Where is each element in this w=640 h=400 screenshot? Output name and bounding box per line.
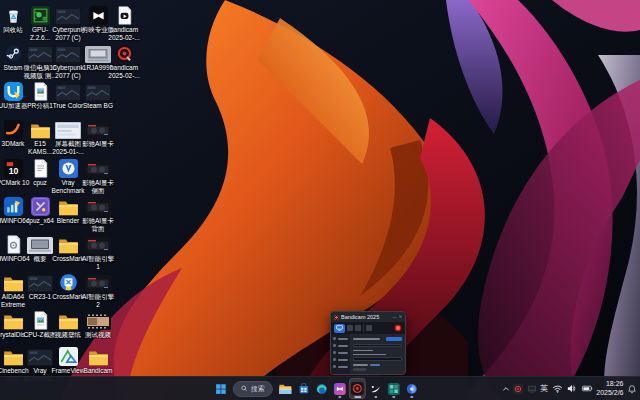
sidebar-item-home[interactable] [333, 337, 348, 340]
toolbar-divider [363, 324, 364, 332]
desktop-icon-label: AI智能引擎 1 [80, 255, 116, 270]
window-controls: — ✕ [393, 315, 402, 319]
save-path-field[interactable] [353, 344, 402, 348]
video-wallpaper-folder-icon [58, 309, 79, 330]
running-indicator [374, 396, 377, 398]
desktop-icon-bandicam-folder[interactable]: Bandicam [80, 345, 116, 375]
tray-bandicam-icon[interactable] [513, 384, 523, 394]
desktop-icon-ai-engine-1[interactable]: AI智能引擎 1 [80, 233, 116, 270]
blender-folder-icon [58, 195, 79, 216]
bandicam-folder-icon [88, 345, 109, 366]
sidebar-item-image[interactable] [333, 365, 348, 368]
bandicam-titlebar[interactable]: Bandicam 2025 — ✕ [331, 312, 405, 322]
desktop-icon-test-video[interactable]: 测试视频 [80, 309, 116, 339]
threedmark-icon [4, 118, 23, 139]
sidebar-item-fps[interactable] [333, 351, 348, 354]
desktop-icon-label: 影驰AI显卡背面 [80, 217, 116, 232]
bandicam-window[interactable]: Bandicam 2025 — ✕ [330, 311, 406, 375]
game-record-tab[interactable] [347, 325, 353, 331]
ai-gpu-photo-2-icon [85, 157, 111, 178]
taskbar-app-swoosh[interactable] [367, 378, 384, 399]
taskbar-app-teal[interactable] [385, 378, 402, 399]
desktop-icon-ai-gpu-photo-2[interactable]: 影驰AI显卡侧面 [80, 157, 116, 194]
recycle-bin-icon [4, 4, 23, 25]
device-record-tab[interactable] [355, 325, 361, 331]
taskbar-clock[interactable]: 18:26 2025/2/6 [596, 380, 623, 397]
uu-booster-icon [4, 80, 23, 101]
ime-indicator[interactable]: 英 [540, 383, 548, 394]
taskbar-file-explorer[interactable] [277, 378, 294, 399]
aida64-extreme-icon [3, 271, 24, 292]
frameview-icon [59, 345, 78, 366]
running-indicator [410, 396, 413, 398]
taskbar-microsoft-store[interactable] [295, 378, 312, 399]
screen-record-tab[interactable] [334, 324, 345, 333]
taskbar-start[interactable] [212, 378, 229, 399]
hwinfo64-app-icon [4, 195, 23, 216]
true-color-icon [55, 80, 81, 101]
desktop-icon-ai-gpu-photo-1[interactable]: 影驰AI显卡 [80, 118, 116, 148]
ai-gpu-photo-1-icon [85, 118, 111, 139]
cpuz-x64-icon [31, 195, 50, 216]
wifi-icon[interactable] [552, 383, 563, 394]
volume-icon[interactable] [566, 383, 577, 394]
running-indicator [338, 396, 341, 398]
crystaldisk-folder-icon [3, 309, 24, 330]
apply-button[interactable] [353, 368, 366, 371]
svg-text:10: 10 [8, 166, 18, 176]
setting-label [353, 338, 380, 340]
setting-link[interactable] [370, 364, 381, 366]
record-button[interactable] [394, 324, 402, 332]
battery-icon[interactable] [581, 383, 593, 394]
running-indicator [354, 396, 361, 398]
e15-kams-folder-icon [30, 118, 51, 139]
test-video-icon [85, 309, 111, 330]
taskbar-search[interactable]: 搜索 [233, 381, 273, 397]
steam-bg-icon [85, 80, 111, 101]
crossmark-zip-icon [59, 271, 78, 292]
steam-icon [4, 42, 23, 63]
minimize-button[interactable]: — [393, 315, 397, 319]
tray-app-icon[interactable] [527, 384, 537, 394]
gpu-z-icon [31, 4, 50, 25]
taskbar-edge[interactable] [313, 378, 330, 399]
format-chip[interactable] [386, 337, 402, 341]
cyberpunk-shot-2-icon [55, 42, 81, 63]
taskbar-bandicam[interactable] [349, 378, 366, 399]
taskbar-center: 搜索 [212, 378, 420, 399]
setting-label [353, 350, 373, 351]
notification-bell-icon[interactable] [627, 384, 637, 394]
cpuz-file-icon [32, 157, 49, 178]
capcut-pro-icon [89, 4, 108, 25]
hwinfo64-file-icon [5, 233, 22, 254]
sidebar-item-video[interactable] [333, 358, 348, 361]
desktop-icon-bandicam-video-1[interactable]: bandicam 2025-02-... [106, 4, 142, 41]
hotkey-field[interactable] [353, 357, 402, 361]
taskbar-capcut[interactable] [331, 378, 348, 399]
window-title: Bandicam 2025 [341, 314, 391, 320]
desktop-icon-label: Bandicam [80, 367, 116, 375]
close-button[interactable]: ✕ [399, 315, 402, 319]
pr-draft-1-icon [32, 80, 49, 101]
clock-date: 2025/2/6 [596, 389, 623, 397]
bandicam-sidebar [331, 334, 350, 374]
desktop-icon-bandicam-video-2[interactable]: bandicam 2025-02-... [106, 42, 142, 79]
search-icon [241, 385, 248, 393]
bandicam-logo-icon [334, 315, 339, 320]
bandicam-settings-panel [350, 334, 405, 374]
desktop-icon-ai-gpu-photo-3[interactable]: 影驰AI显卡背面 [80, 195, 116, 232]
pcmark-10-icon: 10 [4, 157, 23, 178]
chevron-up-icon[interactable] [502, 385, 510, 393]
desktop-icon-ai-engine-2[interactable]: AI智能引擎 2 [80, 271, 116, 308]
tool-button[interactable] [366, 325, 372, 331]
sidebar-item-general[interactable] [333, 344, 348, 347]
taskbar-app-blue[interactable] [403, 378, 420, 399]
desktop: 回收站GPU-Z.2.6...Cyberpunk 2077 (C) 2...剪映… [0, 0, 640, 400]
ai-engine-2-icon [85, 271, 111, 292]
desktop-icon-grid: 回收站GPU-Z.2.6...Cyberpunk 2077 (C) 2...剪映… [0, 0, 640, 400]
desktop-icon-steam-bg[interactable]: Steam BG [80, 80, 116, 110]
search-label: 搜索 [251, 384, 265, 394]
desktop-icon-label: Steam BG [80, 102, 116, 110]
taskbar: 搜索 英 18:26 [0, 376, 640, 400]
clock-time: 18:26 [596, 380, 623, 388]
